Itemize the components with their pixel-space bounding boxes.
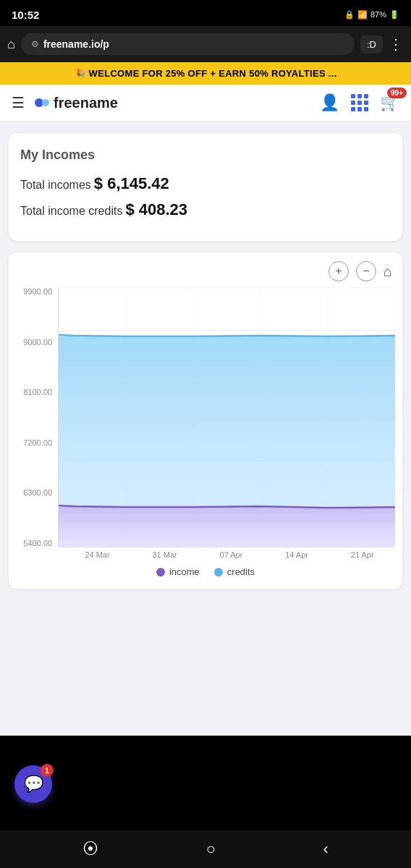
chart-container: + − ⌂ 9900.00 9000.00 8100.00 7200.00 63… [9, 252, 402, 589]
total-incomes-row: Total incomes $ 6,145.42 [20, 174, 391, 193]
battery-icon: 🔋 [389, 10, 399, 20]
x-label-24mar: 24 Mar [85, 550, 109, 559]
total-credits-label: Total income credits [20, 205, 122, 218]
zoom-out-button[interactable]: − [356, 261, 376, 281]
header-right: 👤 🛒 99+ [320, 93, 399, 112]
url-text: freename.io/p [43, 38, 109, 50]
chart-y-axis: 9900.00 9000.00 8100.00 7200.00 6300.00 … [16, 287, 58, 548]
header-left: ☰ freename [12, 94, 118, 111]
y-label-7200: 7200.00 [23, 438, 52, 447]
credits-legend-label: credits [227, 566, 255, 577]
grid-apps-icon[interactable] [351, 94, 368, 111]
promo-text: 🎉 WELCOME FOR 25% OFF + EARN 50% ROYALTI… [74, 68, 336, 79]
url-icon: ⚙ [31, 39, 39, 49]
logo-area: freename [35, 95, 118, 111]
status-bar: 10:52 🔒 📶 87% 🔋 [0, 0, 411, 26]
url-bar[interactable]: ⚙ freename.io/p [21, 33, 355, 55]
cart-wrapper[interactable]: 🛒 99+ [380, 93, 399, 112]
zoom-in-button[interactable]: + [329, 261, 349, 281]
legend-credits: credits [214, 566, 255, 577]
chart-plot-area [58, 287, 395, 548]
chart-svg [59, 287, 395, 548]
promo-banner[interactable]: 🎉 WELCOME FOR 25% OFF + EARN 50% ROYALTI… [0, 62, 411, 85]
signal-icon: 🔒 [344, 10, 355, 20]
income-legend-label: income [169, 566, 200, 577]
y-label-9000: 9000.00 [23, 338, 52, 346]
chat-button[interactable]: 1 💬 [14, 765, 52, 803]
chart-reset-button[interactable]: ⌂ [384, 263, 392, 280]
income-area-fill [59, 507, 395, 548]
chat-badge: 1 [41, 764, 54, 777]
total-credits-value: $ 408.23 [125, 200, 187, 219]
cart-badge: 99+ [387, 88, 407, 98]
credits-legend-dot [214, 568, 223, 576]
logo-icon [35, 98, 49, 107]
x-label-14apr: 14 Apr [285, 550, 308, 559]
chart-controls: + − ⌂ [16, 261, 395, 281]
income-summary-card: My Incomes Total incomes $ 6,145.42 Tota… [9, 133, 402, 241]
total-incomes-value: $ 6,145.42 [94, 174, 169, 193]
nav-back-button[interactable]: ‹ [323, 840, 328, 859]
user-icon[interactable]: 👤 [320, 93, 339, 112]
y-label-8100: 8100.00 [23, 388, 52, 396]
chart-wrapper: 9900.00 9000.00 8100.00 7200.00 6300.00 … [16, 287, 395, 548]
browser-bar: ⌂ ⚙ freename.io/p :D ⋮ [0, 26, 411, 62]
tab-switcher-button[interactable]: :D [360, 35, 383, 54]
y-label-9900: 9900.00 [23, 287, 52, 296]
chat-icon: 💬 [24, 775, 43, 793]
chart-x-axis: 24 Mar 31 Mar 07 Apr 14 Apr 21 Apr [16, 550, 395, 559]
x-label-07apr: 07 Apr [220, 550, 243, 559]
chart-legend: income credits [16, 566, 395, 577]
nav-recent-apps-button[interactable]: ⦿ [82, 840, 98, 859]
app-header: ☰ freename 👤 [0, 85, 411, 122]
page-content: ☰ freename 👤 [0, 85, 411, 736]
battery-text: 87% [370, 10, 386, 19]
logo-text: freename [54, 95, 118, 111]
total-incomes-label: Total incomes [20, 179, 91, 192]
total-credits-row: Total income credits $ 408.23 [20, 200, 391, 219]
credits-line [59, 335, 395, 336]
y-label-5400: 5400.00 [23, 539, 52, 548]
browser-home-button[interactable]: ⌂ [7, 37, 15, 52]
section-title: My Incomes [20, 148, 391, 163]
nav-home-button[interactable]: ○ [206, 840, 216, 859]
x-label-31mar: 31 Mar [152, 550, 177, 559]
browser-menu-button[interactable]: ⋮ [389, 35, 404, 53]
hamburger-menu-icon[interactable]: ☰ [12, 94, 25, 111]
wifi-icon: 📶 [357, 10, 368, 20]
bottom-navigation: ⦿ ○ ‹ [0, 830, 411, 868]
y-label-6300: 6300.00 [23, 488, 52, 497]
status-icons: 🔒 📶 87% 🔋 [344, 10, 399, 20]
x-label-21apr: 21 Apr [351, 550, 374, 559]
status-time: 10:52 [12, 9, 39, 21]
legend-income: income [156, 566, 200, 577]
logo-dot-right [42, 99, 49, 106]
income-legend-dot [156, 568, 165, 576]
